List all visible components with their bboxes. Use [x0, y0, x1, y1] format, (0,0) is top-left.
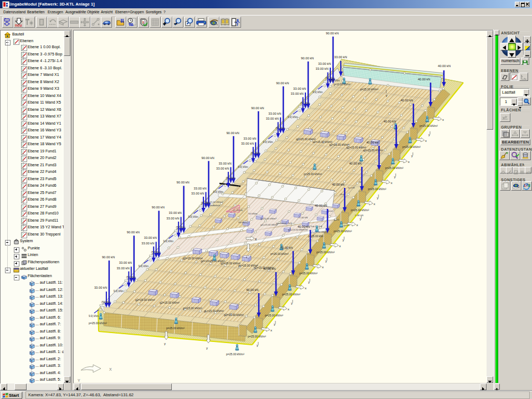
svg-text:40.00 kN: 40.00 kN [263, 267, 275, 270]
svg-text:p=25.00 kN/m²: p=25.00 kN/m² [270, 252, 289, 255]
svg-text:x: x [391, 181, 392, 185]
svg-text:y: y [394, 175, 396, 178]
svg-text:p=25.00 kN/m²: p=25.00 kN/m² [385, 166, 403, 170]
svg-text:9.0( kNm: 9.0( kNm [139, 265, 149, 268]
svg-text:90.00 kN: 90.00 kN [152, 206, 165, 209]
svg-text:(50 kNm: (50 kNm [151, 251, 161, 254]
svg-text:g2=15.00 kN/m²: g2=15.00 kN/m² [260, 223, 278, 226]
svg-text:p=25.00 kN/m²: p=25.00 kN/m² [360, 88, 378, 91]
svg-text:alle: alle [526, 171, 531, 175]
svg-text:p=25.00 kN/m²: p=25.00 kN/m² [299, 272, 318, 275]
svg-text:1.0B kN: 1.0B kN [355, 214, 364, 217]
svg-text:x: x [288, 308, 289, 311]
svg-text:33.00 kN: 33.00 kN [316, 67, 329, 70]
svg-text:y: y [308, 280, 310, 284]
svg-text:g2=15.00 kN/m²: g2=15.00 kN/m² [183, 257, 203, 260]
svg-text:33.00 kN: 33.00 kN [291, 92, 304, 95]
svg-text:40.00 kN: 40.00 kN [315, 204, 327, 207]
svg-text:40.00 kN: 40.00 kN [280, 246, 293, 249]
svg-text:(50 kNm: (50 kNm [201, 202, 211, 204]
svg-text:x: x [356, 223, 358, 227]
svg-text:y: y [377, 196, 378, 200]
svg-text:33.00 kN: 33.00 kN [144, 236, 157, 239]
svg-text:y: y [325, 259, 327, 263]
svg-text:1.00 kN: 1.00 kN [299, 216, 308, 219]
svg-text:x: x [305, 287, 306, 290]
svg-text:33.00 kN: 33.00 kN [166, 217, 179, 220]
svg-text:y: y [164, 342, 166, 345]
svg-text:q=25: q=25 [334, 218, 339, 221]
svg-text:g2=15.00 kN/m²: g2=15.00 kN/m² [224, 313, 244, 316]
svg-text:90.00 kN: 90.00 kN [177, 181, 190, 184]
svg-text:3: 3 [528, 183, 530, 187]
svg-text:(50 kNm: (50 kNm [275, 127, 285, 130]
svg-text:40.00 kN: 40.00 kN [298, 225, 310, 228]
svg-text:33.00 kN: 33.00 kN [191, 192, 204, 195]
svg-text:g2=15.00 kN/m²: g2=15.00 kN/m² [310, 231, 328, 233]
svg-text:p=25.00 kN/m²: p=25.00 kN/m² [420, 124, 438, 127]
svg-text:40.00 kN: 40.00 kN [366, 141, 378, 144]
svg-text:33.00 kN: 33.00 kN [169, 211, 182, 214]
svg-text:40.00 kN: 40.00 kN [246, 288, 258, 291]
svg-text:gL=15.00 kN/m²: gL=15.00 kN/m² [204, 309, 224, 313]
svg-text:(50 kNm: (50 kNm [300, 102, 310, 105]
svg-text:9.0( kNm: 9.0( kNm [313, 91, 323, 94]
svg-text:p=25.00 kN/m²: p=25.00 kN/m² [304, 172, 322, 176]
svg-text:g2=15.00 kN/m²/4: g2=15.00 kN/m²/4 [288, 228, 308, 231]
svg-text:33.00 kN: 33.00 kN [243, 137, 256, 140]
svg-text:q=veb: q=veb [348, 186, 355, 189]
svg-text:x: x [442, 118, 444, 121]
svg-text:p=25.00 kN/m²: p=25.00 kN/m² [368, 187, 386, 191]
svg-text:33.00 kN: 33.00 kN [318, 62, 331, 65]
svg-text:(50 kNm: (50 kNm [101, 301, 111, 304]
svg-text:§: § [142, 20, 144, 24]
svg-text:90.00 kN: 90.00 kN [127, 231, 140, 234]
svg-text:y: y [206, 346, 208, 350]
svg-text:33.00 kN: 33.00 kN [293, 87, 306, 90]
svg-text:g=veränd. -lich: g=veränd. -lich [276, 222, 292, 224]
svg-text:33.00 kN: 33.00 kN [241, 142, 254, 145]
svg-text:g=10.00 kN/m²: g=10.00 kN/m² [334, 83, 351, 86]
svg-text:g2=15.00 kN/m²: g2=15.00 kN/m² [221, 262, 241, 265]
svg-text:p=25.00 kN/m²: p=25.00 kN/m² [351, 208, 369, 212]
svg-text:y: y [291, 301, 293, 305]
svg-text:(50 kNm: (50 kNm [250, 152, 260, 155]
svg-text:9.0( kNm: 9.0( kNm [188, 216, 199, 218]
svg-text:y: y [342, 238, 344, 242]
svg-text:neu: neu [15, 23, 22, 27]
svg-text:9.0( kNm: 9.0( kNm [89, 315, 99, 318]
svg-text:9.0( kNm: 9.0( kNm [238, 166, 248, 168]
svg-text:x: x [339, 244, 341, 248]
svg-text:(50 kNm: (50 kNm [176, 226, 186, 229]
svg-text:50 kN/m: 50 kN/m [248, 212, 258, 215]
svg-text:40.00 kN: 40.00 kN [332, 183, 344, 186]
svg-text:33.00 kN: 33.00 kN [268, 112, 281, 115]
svg-text:33.00 kN: 33.00 kN [116, 267, 129, 270]
svg-text:p=25.00 kN/m²: p=25.00 kN/m² [226, 352, 244, 356]
svg-text:y: y [428, 133, 430, 136]
svg-text:90.00 kN: 90.00 kN [276, 81, 289, 85]
svg-text:x: x [322, 265, 324, 269]
svg-text:g2=15.00 kN/m²: g2=15.00 kN/m² [135, 298, 155, 301]
svg-text:p=25.00 kN/m²: p=25.00 kN/m² [166, 326, 185, 330]
svg-text:x: x [270, 329, 272, 332]
svg-text:y: y [360, 217, 361, 221]
svg-text:9.0( kNm: 9.0( kNm [213, 191, 223, 193]
svg-text:x: x [425, 139, 427, 142]
svg-text:90.00 kN: 90.00 kN [301, 57, 314, 60]
svg-text:99 kN/m²: 99 kN/m² [238, 221, 248, 224]
svg-text:90.00 kN: 90.00 kN [226, 131, 239, 135]
svg-text:90.00 kN: 90.00 kN [326, 32, 339, 35]
svg-text:9.0( kNm: 9.0( kNm [288, 116, 298, 119]
svg-text:q=25.00 kN/m²: q=25.00 kN/m² [260, 217, 277, 220]
svg-text:40.00 kN: 40.00 kN [418, 78, 430, 81]
svg-text:9.0( kNm: 9.0( kNm [263, 141, 273, 144]
svg-text:p=25.00 kN/m²: p=25.00 kN/m² [248, 335, 266, 338]
svg-text:y: y [257, 344, 258, 347]
svg-text:40.00 kN: 40.00 kN [349, 162, 361, 165]
svg-text:33.00 kN: 33.00 kN [94, 286, 107, 289]
svg-text:M: M [359, 181, 361, 183]
svg-text:y: y [386, 94, 387, 97]
svg-text:g²=15.00 kN/m²: g²=15.00 kN/m² [183, 306, 202, 310]
svg-text:40.00 kN: 40.00 kN [438, 64, 451, 68]
